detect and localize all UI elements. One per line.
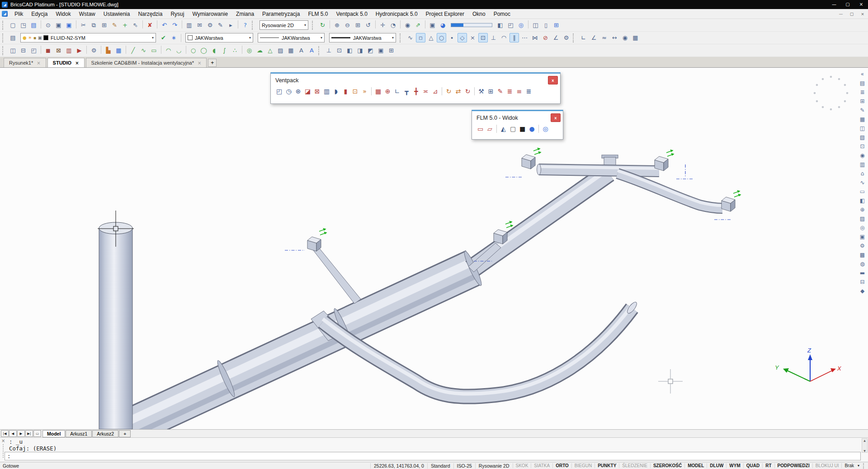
snap-node-icon[interactable]: ∙: [447, 33, 457, 42]
material-panel-icon[interactable]: ◍: [858, 259, 867, 268]
dim-style-field[interactable]: ISO-25: [453, 463, 475, 469]
toolbar-grip[interactable]: [318, 46, 321, 55]
viewports-panel-icon[interactable]: ◫: [858, 124, 867, 132]
snap-extension-icon[interactable]: ⋯: [520, 33, 529, 42]
draw-arc-icon[interactable]: ◠: [164, 46, 173, 55]
flm-3d-view-icon[interactable]: ▱: [485, 124, 495, 133]
target-panel-icon[interactable]: ◎: [858, 223, 867, 232]
copy-icon[interactable]: ⧉: [89, 20, 99, 30]
viewport-config-icon[interactable]: ⊞: [387, 46, 396, 55]
edit-text-icon[interactable]: ✎: [216, 20, 225, 30]
redo-icon[interactable]: ↷: [170, 20, 179, 30]
render-panel-icon[interactable]: ◉: [858, 151, 867, 159]
maximize-button[interactable]: ▢: [841, 0, 854, 9]
menu-zmiana[interactable]: Zmiana: [232, 10, 258, 18]
diffuser-cube[interactable]: [494, 230, 507, 244]
vent-fan-icon[interactable]: ⊛: [293, 86, 303, 96]
vent-bom-icon[interactable]: ≣: [505, 86, 514, 96]
draw-polygon-icon[interactable]: △: [265, 46, 275, 55]
vent-edit-wrench-icon[interactable]: ⚒: [476, 86, 486, 96]
snap-center-icon[interactable]: ○: [437, 33, 446, 42]
entity-track-icon[interactable]: ≈: [599, 33, 609, 42]
menu-wstaw[interactable]: Wstaw: [75, 10, 99, 18]
vent-end-cap-icon[interactable]: ▮: [341, 86, 350, 96]
zoom-out-icon[interactable]: ⊖: [343, 20, 352, 30]
menu-parametryzacja[interactable]: Parametryzacja: [258, 10, 304, 18]
curve-tool-icon[interactable]: ∿: [858, 178, 867, 187]
tools-wrench-icon[interactable]: ⚙: [89, 46, 99, 55]
pattern-panel-icon[interactable]: ▨: [858, 214, 867, 223]
polar-mode-icon[interactable]: ∠: [589, 33, 599, 42]
diffuser-cube[interactable]: [722, 197, 735, 211]
viewport-3d[interactable]: Z Y X: [0, 68, 868, 429]
menu-edycja[interactable]: Edycja: [27, 10, 52, 18]
status-toggle-orto[interactable]: ORTO: [552, 463, 571, 468]
layer-on-icon[interactable]: ●: [23, 35, 27, 40]
status-toggle-skok[interactable]: SKOK: [513, 463, 531, 468]
draw-ring-icon[interactable]: ◎: [245, 46, 254, 55]
view-side-icon[interactable]: ◨: [355, 46, 365, 55]
zoom-previous-icon[interactable]: ↺: [363, 20, 373, 30]
stats-chart-icon[interactable]: ▙: [104, 46, 113, 55]
minimize-panel-icon[interactable]: ⊟: [858, 277, 867, 286]
ventpack-panel[interactable]: Ventpack x ◰◷⊛◪⊠▥◗▮⊡»▦⊕∟┳╋≍⊿↻⇄↻⚒⊞✎≣≡≣: [270, 72, 561, 104]
view-top-icon[interactable]: ⊡: [335, 46, 344, 55]
vent-fire-damper-icon[interactable]: ◪: [303, 86, 312, 96]
snap-quadrant-icon[interactable]: ◇: [458, 33, 467, 42]
workspace-combobox[interactable]: Rysowanie 2D ▾: [259, 20, 308, 30]
doc-tab-studio[interactable]: STUDIO×: [47, 58, 85, 67]
view-front-icon[interactable]: ◧: [345, 46, 354, 55]
look-around-icon[interactable]: ◉: [403, 20, 412, 30]
annotate-tool-icon[interactable]: ✎: [858, 106, 867, 114]
workspace-field[interactable]: Rysowanie 2D: [475, 463, 513, 469]
status-toggle-model[interactable]: MODEL: [684, 463, 707, 468]
vent-grille-icon[interactable]: ▥: [322, 86, 331, 96]
draw-rectangle-icon[interactable]: ▭: [149, 46, 159, 55]
play-animation-icon[interactable]: ▶: [75, 46, 84, 55]
sheet-tab-item[interactable]: +: [119, 430, 131, 437]
vent-damper-icon[interactable]: ⊠: [312, 86, 322, 96]
sheet-list-icon[interactable]: ▭: [33, 430, 41, 437]
close-tab-icon[interactable]: ×: [37, 61, 40, 66]
pick-color-icon[interactable]: +: [120, 20, 130, 30]
view-box-icon[interactable]: ◰: [506, 20, 515, 30]
vent-tee-icon[interactable]: ┳: [402, 86, 411, 96]
doc-restore-button[interactable]: ▢: [846, 12, 857, 16]
menu-ventpack-5-0[interactable]: Ventpack 5.0: [332, 10, 371, 18]
bookmark-panel-icon[interactable]: ◆: [858, 286, 867, 295]
draw-arc-3point-icon[interactable]: ◡: [174, 46, 184, 55]
draw-polyline-icon[interactable]: ∿: [139, 46, 148, 55]
close-icon[interactable]: x: [551, 113, 561, 122]
insert-table-icon[interactable]: ▦: [286, 46, 296, 55]
view-iso-icon[interactable]: ◩: [366, 46, 375, 55]
tile-horizontal-icon[interactable]: ⊟: [19, 46, 28, 55]
draw-ellipse-arc-icon[interactable]: ◖: [209, 46, 219, 55]
new-layout-icon[interactable]: ▯: [541, 20, 551, 30]
flm-2d-view-icon[interactable]: ▭: [476, 124, 485, 133]
draw-circle-icon[interactable]: ○: [189, 46, 198, 55]
vent-part-browser-icon[interactable]: ⊡: [350, 86, 360, 96]
vent-xml-export-icon[interactable]: »: [360, 86, 369, 96]
draw-ellipse-icon[interactable]: ◯: [199, 46, 208, 55]
doc-tab-szkolenie-cad-bim-instalacja-wentylacyjna[interactable]: Szkolenie CAD&BIM - Instalacja wentylacy…: [86, 58, 207, 67]
doc-tab-rysunek1[interactable]: Rysunek1*×: [4, 58, 46, 67]
new-layer-icon[interactable]: ∗: [169, 33, 179, 42]
menu-ustawienia[interactable]: Ustawienia: [99, 10, 134, 18]
collapse-sidebar-icon[interactable]: «: [858, 70, 867, 78]
sheet-tab-arkusz1[interactable]: Arkusz1: [66, 430, 92, 437]
sheet-tab-arkusz2[interactable]: Arkusz2: [92, 430, 118, 437]
toolbar-grip[interactable]: [573, 33, 576, 42]
ventpack-title-bar[interactable]: Ventpack x: [271, 74, 560, 85]
camera-panel-icon[interactable]: ▣: [858, 232, 867, 241]
save-icon[interactable]: ▤: [29, 20, 38, 30]
snap-tangent-icon[interactable]: ◠: [499, 33, 509, 42]
layers-manager-icon[interactable]: ▤: [8, 33, 18, 42]
snap-off-icon[interactable]: ⊘: [541, 33, 550, 42]
flm-hidden-icon[interactable]: ■: [518, 124, 527, 133]
layer-lock-icon[interactable]: ▪: [33, 35, 37, 40]
snap-settings-icon[interactable]: ⚙: [561, 33, 571, 42]
menu-wymiarowanie[interactable]: Wymiarowanie: [188, 10, 232, 18]
menu-project-explorer[interactable]: Project Explorer: [422, 10, 468, 18]
grid-panel-icon[interactable]: ▩: [858, 250, 867, 259]
toolbar-grip[interactable]: [2, 21, 5, 30]
